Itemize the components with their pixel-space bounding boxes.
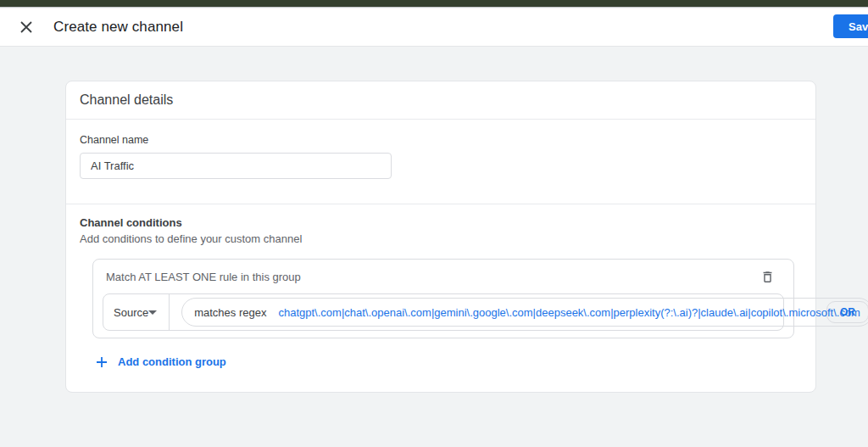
channel-name-label: Channel name — [80, 134, 802, 146]
channel-name-section: Channel name — [66, 120, 815, 204]
save-button[interactable]: Save — [833, 14, 868, 38]
close-button[interactable] — [11, 12, 42, 42]
condition-rule-row: Source matches regex chatgpt\.com|chat\.… — [103, 293, 784, 331]
condition-group: Match AT LEAST ONE rule in this group So… — [92, 259, 794, 338]
browser-top-strip — [0, 0, 868, 8]
channel-name-input[interactable] — [80, 153, 392, 179]
channel-conditions-section: Channel conditions Add conditions to def… — [66, 204, 815, 373]
close-icon — [19, 20, 33, 34]
rule-value-chip[interactable]: matches regex chatgpt\.com|chat\.openai\… — [181, 298, 868, 327]
trash-icon — [760, 270, 775, 284]
match-type-label: matches regex — [194, 306, 266, 319]
condition-group-header: Match AT LEAST ONE rule in this group — [93, 260, 793, 293]
card-title: Channel details — [66, 81, 815, 120]
conditions-subtitle: Add conditions to define your custom cha… — [80, 232, 802, 245]
add-condition-group-button[interactable]: Add condition group — [92, 350, 230, 373]
add-condition-group-label: Add condition group — [118, 355, 226, 368]
dimension-value: Source — [114, 306, 148, 319]
header-bar: Create new channel Save — [0, 8, 868, 47]
regex-value-text[interactable]: chatgpt\.com|chat\.openai\.com|gemini\.g… — [278, 306, 860, 319]
channel-details-card: Channel details Channel name Channel con… — [65, 81, 816, 393]
group-match-text: Match AT LEAST ONE rule in this group — [106, 271, 301, 283]
rule-value-cell: matches regex chatgpt\.com|chat\.openai\… — [170, 294, 868, 330]
delete-group-button[interactable] — [756, 265, 778, 288]
page-title: Create new channel — [53, 19, 183, 36]
chevron-down-icon — [148, 310, 157, 315]
conditions-title: Channel conditions — [80, 216, 802, 229]
dimension-dropdown[interactable]: Source — [103, 294, 170, 330]
plus-icon — [96, 356, 108, 368]
